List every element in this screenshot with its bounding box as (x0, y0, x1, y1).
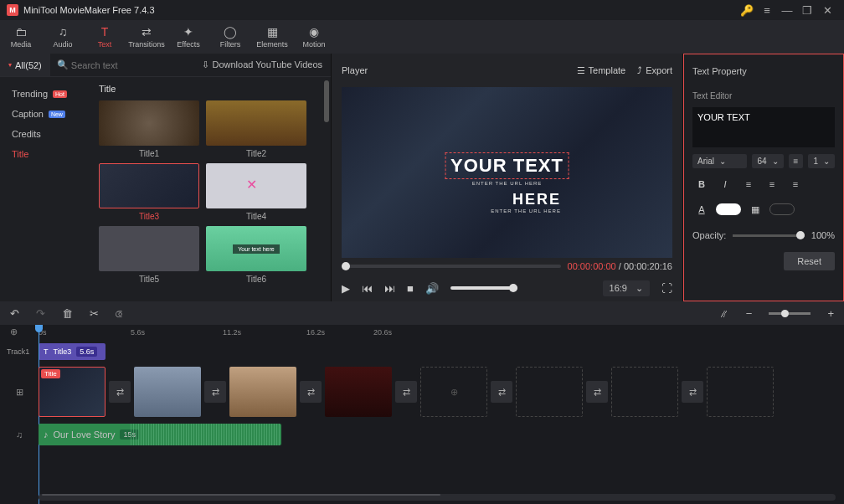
highlight-button[interactable]: ▦ (746, 200, 764, 219)
title-thumb-6[interactable]: Your text hereTitle6 (206, 226, 306, 284)
transition-2[interactable]: ⇄ (204, 381, 226, 403)
preview-main-text[interactable]: YOUR TEXT (445, 152, 569, 179)
tab-filters[interactable]: ◯Filters (209, 20, 251, 54)
title-thumb-2[interactable]: Title2 (206, 100, 306, 158)
search-icon: 🔍 (57, 59, 69, 70)
transition-6[interactable]: ⇄ (586, 381, 608, 403)
add-track-button[interactable]: ⊕ (10, 327, 18, 337)
line-height-button[interactable]: ≡ (789, 154, 804, 168)
next-button[interactable]: ⏭ (384, 282, 395, 295)
effects-icon: ✦ (183, 25, 193, 39)
title-thumb-5[interactable]: Title5 (99, 226, 199, 284)
text-icon: T (101, 25, 109, 39)
sidebar-item-caption[interactable]: CaptionNew (0, 104, 92, 124)
tab-motion[interactable]: ◉Motion (293, 20, 335, 54)
minimize-icon[interactable]: — (777, 4, 797, 17)
spacing-select[interactable]: 1⌄ (808, 154, 835, 168)
transition-1[interactable]: ⇄ (109, 381, 131, 403)
media-icon: 🗀 (15, 25, 27, 39)
sidebar-item-trending[interactable]: TrendingHot (0, 84, 92, 104)
sidebar-item-credits[interactable]: Credits (0, 124, 92, 144)
tab-transitions[interactable]: ⇄Transitions (126, 20, 167, 54)
video-track: ⊞ Title ⇄ ⇄ ⇄ ⇄ ⊕ ⇄ ⇄ ⇄ (0, 362, 844, 422)
opacity-label: Opacity: (692, 230, 726, 240)
seek-bar[interactable] (342, 265, 561, 268)
text-input[interactable] (692, 107, 835, 147)
drop-zone-2[interactable] (516, 367, 583, 417)
library-scrollbar[interactable] (324, 80, 329, 122)
maximize-icon[interactable]: ❐ (797, 4, 817, 17)
tab-audio[interactable]: ♫Audio (42, 20, 84, 54)
video-clip-2[interactable] (134, 367, 201, 417)
timeline-scrollbar[interactable] (39, 494, 836, 501)
title-thumb-3[interactable]: Title3 (99, 163, 199, 221)
prev-button[interactable]: ⏮ (362, 282, 373, 295)
font-select[interactable]: Arial⌄ (692, 154, 747, 168)
title-thumb-1[interactable]: Title1 (99, 100, 199, 158)
edit-toolbar: ↶ ↷ 🗑 ✂ ⟃ ⫽ − + (0, 301, 844, 325)
text-property-panel: Text Property Text Editor Arial⌄ 64⌄ ≡ 1… (683, 54, 844, 301)
bold-button[interactable]: B (692, 175, 711, 193)
sidebar-item-title[interactable]: Title (0, 144, 92, 164)
menu-icon[interactable]: ≡ (757, 4, 777, 17)
preview-canvas[interactable]: YOUR TEXT ENTER THE URL HERE HERE ENTER … (342, 87, 672, 258)
export-button[interactable]: ⤴Export (637, 65, 672, 75)
audio-clip[interactable]: ♪ Our Love Story 15s (39, 424, 281, 445)
color-swatch-white[interactable] (716, 203, 741, 215)
undo-button[interactable]: ↶ (10, 307, 19, 320)
crop-button[interactable]: ⟃ (116, 307, 122, 320)
transitions-icon: ⇄ (142, 25, 152, 39)
text-clip-icon: T (44, 347, 49, 356)
video-clip-4[interactable] (325, 367, 392, 417)
audio-icon: ♫ (59, 25, 68, 39)
drop-zone-3[interactable] (611, 367, 678, 417)
color-swatch-none[interactable] (769, 203, 795, 215)
aspect-ratio-select[interactable]: 16:9⌄ (603, 280, 650, 296)
time-ruler[interactable]: 0s 5.6s 11.2s 16.2s 20.6s (39, 325, 844, 342)
search-input[interactable]: 🔍 Search text (50, 59, 194, 70)
video-track-icon: ⊞ (16, 387, 23, 398)
tab-media[interactable]: 🗀Media (0, 20, 42, 54)
close-icon[interactable]: ✕ (817, 4, 837, 17)
title-thumb-4[interactable]: ✕Title4 (206, 163, 306, 221)
cut-button[interactable]: ✂ (90, 307, 99, 320)
align-right-button[interactable]: ≡ (786, 175, 805, 193)
video-clip-3[interactable] (229, 367, 296, 417)
tab-elements[interactable]: ▦Elements (251, 20, 293, 54)
opacity-slider[interactable] (733, 234, 805, 237)
drop-zone-4[interactable] (707, 367, 774, 417)
title-clip[interactable]: T Title3 5.6s (39, 343, 106, 360)
transition-3[interactable]: ⇄ (300, 381, 322, 403)
size-select[interactable]: 64⌄ (752, 154, 783, 168)
zoom-in-button[interactable]: + (827, 307, 834, 320)
tab-effects[interactable]: ✦Effects (167, 20, 209, 54)
volume-icon[interactable]: 🔊 (425, 282, 439, 295)
split-view-icon[interactable]: ⫽ (718, 307, 729, 320)
transition-5[interactable]: ⇄ (491, 381, 512, 403)
reset-button[interactable]: Reset (784, 252, 835, 270)
preview-here-sub: ENTER THE URL HERE (445, 208, 569, 213)
download-youtube-button[interactable]: ⇩ Download YouTube Videos (193, 59, 331, 70)
align-left-button[interactable]: ≡ (739, 175, 758, 193)
redo-button[interactable]: ↷ (36, 307, 45, 320)
delete-button[interactable]: 🗑 (62, 307, 73, 320)
motion-icon: ◉ (309, 25, 319, 39)
drop-zone-1[interactable]: ⊕ (420, 367, 487, 417)
tab-text[interactable]: TText (84, 20, 126, 54)
italic-button[interactable]: I (716, 175, 734, 193)
template-button[interactable]: ☰Template (577, 65, 626, 76)
video-clip-1[interactable]: Title (39, 367, 106, 417)
volume-slider[interactable] (450, 286, 517, 290)
fullscreen-button[interactable]: ⛶ (661, 282, 672, 295)
stop-button[interactable]: ■ (407, 282, 414, 295)
all-filter-button[interactable]: ▾All(52) (0, 54, 50, 76)
transition-7[interactable]: ⇄ (682, 381, 703, 403)
preview-here-text: HERE (445, 191, 569, 208)
key-icon[interactable]: 🔑 (737, 4, 757, 17)
play-button[interactable]: ▶ (342, 282, 350, 295)
text-color-button[interactable]: A (692, 200, 711, 219)
align-center-button[interactable]: ≡ (763, 175, 781, 193)
zoom-slider[interactable] (769, 312, 811, 315)
transition-4[interactable]: ⇄ (395, 381, 417, 403)
zoom-out-button[interactable]: − (746, 307, 753, 320)
